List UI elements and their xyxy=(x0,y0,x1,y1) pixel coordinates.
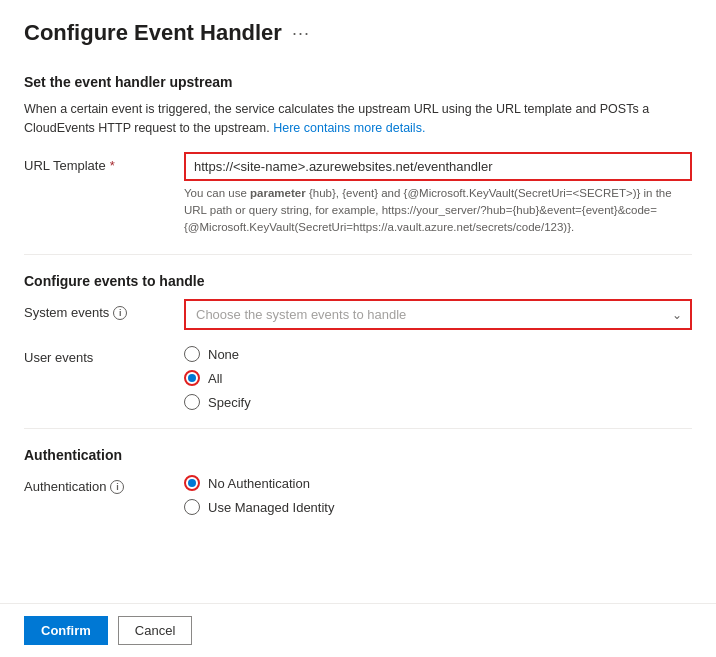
auth-no-auth-radio[interactable] xyxy=(184,475,200,491)
system-events-control: Choose the system events to handle ⌄ xyxy=(184,299,692,330)
upstream-section-header: Set the event handler upstream xyxy=(24,74,692,90)
events-section: Configure events to handle System events… xyxy=(24,273,692,410)
auth-section: Authentication Authentication i No Authe… xyxy=(24,447,692,515)
footer-bar: Confirm Cancel xyxy=(0,603,716,657)
user-events-none-radio[interactable] xyxy=(184,346,200,362)
system-events-dropdown-wrapper: Choose the system events to handle ⌄ xyxy=(184,299,692,330)
system-events-dropdown[interactable]: Choose the system events to handle xyxy=(184,299,692,330)
confirm-button[interactable]: Confirm xyxy=(24,616,108,645)
user-events-all-label: All xyxy=(208,371,222,386)
section-divider-1 xyxy=(24,254,692,255)
more-details-link[interactable]: Here contains more details. xyxy=(273,121,425,135)
auth-managed-identity-label: Use Managed Identity xyxy=(208,500,334,515)
user-events-none-label: None xyxy=(208,347,239,362)
auth-no-auth-label: No Authentication xyxy=(208,476,310,491)
upstream-description: When a certain event is triggered, the s… xyxy=(24,100,692,138)
user-events-specify-label: Specify xyxy=(208,395,251,410)
url-template-control: You can use parameter {hub}, {event} and… xyxy=(184,152,692,237)
page-title: Configure Event Handler xyxy=(24,20,282,46)
user-events-none-option[interactable]: None xyxy=(184,346,692,362)
user-events-specify-radio[interactable] xyxy=(184,394,200,410)
url-template-row: URL Template * You can use parameter {hu… xyxy=(24,152,692,237)
url-template-label: URL Template * xyxy=(24,152,184,173)
auth-control: No Authentication Use Managed Identity xyxy=(184,473,692,515)
auth-section-header: Authentication xyxy=(24,447,692,463)
auth-row: Authentication i No Authentication xyxy=(24,473,692,515)
user-events-radio-group: None All Specify xyxy=(184,344,692,410)
auth-managed-identity-radio[interactable] xyxy=(184,499,200,515)
system-events-row: System events i Choose the system events… xyxy=(24,299,692,330)
system-events-info-icon[interactable]: i xyxy=(113,306,127,320)
url-hint: You can use parameter {hub}, {event} and… xyxy=(184,185,692,237)
auth-managed-identity-option[interactable]: Use Managed Identity xyxy=(184,499,692,515)
auth-no-auth-option[interactable]: No Authentication xyxy=(184,475,692,491)
user-events-all-radio[interactable] xyxy=(184,370,200,386)
upstream-section: Set the event handler upstream When a ce… xyxy=(24,74,692,236)
user-events-control: None All Specify xyxy=(184,344,692,410)
more-options-icon[interactable]: ··· xyxy=(292,23,310,44)
cancel-button[interactable]: Cancel xyxy=(118,616,192,645)
user-events-specify-option[interactable]: Specify xyxy=(184,394,692,410)
user-events-all-option[interactable]: All xyxy=(184,370,692,386)
auth-info-icon[interactable]: i xyxy=(110,480,124,494)
auth-label: Authentication i xyxy=(24,473,184,494)
system-events-label: System events i xyxy=(24,299,184,320)
user-events-label: User events xyxy=(24,344,184,365)
events-section-header: Configure events to handle xyxy=(24,273,692,289)
auth-radio-group: No Authentication Use Managed Identity xyxy=(184,473,692,515)
required-indicator: * xyxy=(110,158,115,173)
url-template-input[interactable] xyxy=(184,152,692,181)
user-events-row: User events None xyxy=(24,344,692,410)
section-divider-2 xyxy=(24,428,692,429)
